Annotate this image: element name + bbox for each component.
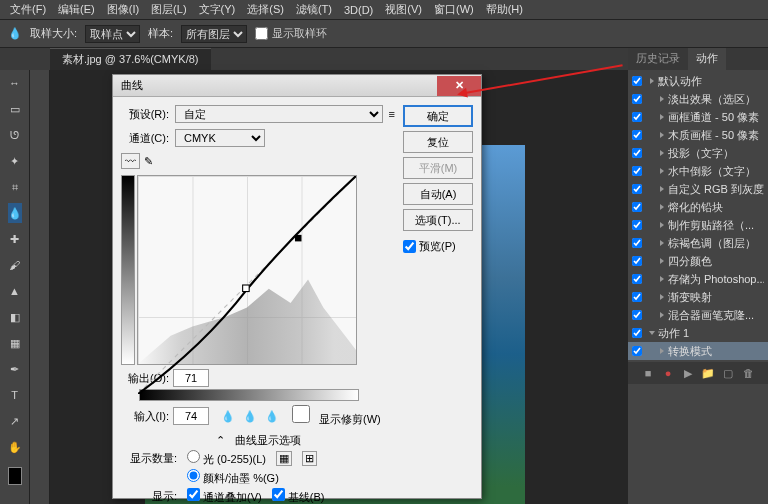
menu-item[interactable]: 滤镜(T)	[290, 2, 338, 17]
curve-mode-icon[interactable]: 〰	[121, 153, 140, 169]
disclosure-icon[interactable]	[660, 132, 664, 138]
trash-icon[interactable]: 🗑	[741, 366, 755, 380]
input-field[interactable]	[173, 407, 209, 425]
overlay-checkbox[interactable]	[187, 488, 200, 501]
baseline-checkbox[interactable]	[272, 488, 285, 501]
disclosure-icon[interactable]	[660, 294, 664, 300]
ink-radio[interactable]	[187, 469, 200, 482]
menu-item[interactable]: 图像(I)	[101, 2, 145, 17]
tab-history[interactable]: 历史记录	[628, 48, 688, 70]
show-ring-checkbox[interactable]	[255, 27, 268, 40]
fg-color-swatch[interactable]	[8, 467, 22, 485]
action-toggle[interactable]	[632, 76, 642, 86]
disclosure-icon[interactable]	[660, 114, 664, 120]
lasso-tool-icon[interactable]: ᘎ	[8, 125, 22, 145]
action-toggle[interactable]	[632, 238, 642, 248]
disclosure-icon[interactable]	[660, 168, 664, 174]
action-toggle[interactable]	[632, 202, 642, 212]
white-point-icon[interactable]: 💧	[265, 410, 279, 423]
action-toggle[interactable]	[632, 346, 642, 356]
grid-small-icon[interactable]: ▦	[276, 451, 292, 466]
disclosure-icon[interactable]	[660, 204, 664, 210]
disclosure-icon[interactable]	[660, 312, 664, 318]
channel-select[interactable]: CMYK	[175, 129, 265, 147]
disclosure-icon[interactable]	[660, 150, 664, 156]
curves-graph[interactable]	[137, 175, 357, 365]
preview-checkbox[interactable]	[403, 240, 416, 253]
pen-tool-icon[interactable]: ✒	[8, 359, 22, 379]
disclosure-icon[interactable]	[660, 186, 664, 192]
record-icon[interactable]: ●	[661, 366, 675, 380]
action-row[interactable]: 水中倒影（文字）	[628, 162, 768, 180]
options-button[interactable]: 选项(T)...	[403, 209, 473, 231]
action-row[interactable]: 存储为 Photoshop...	[628, 270, 768, 288]
preset-menu-icon[interactable]: ≡	[389, 108, 395, 120]
menu-item[interactable]: 编辑(E)	[52, 2, 101, 17]
disclosure-icon[interactable]	[660, 240, 664, 246]
new-set-icon[interactable]: 📁	[701, 366, 715, 380]
ok-button[interactable]: 确定	[403, 105, 473, 127]
action-row[interactable]: 转换模式	[628, 342, 768, 360]
disclosure-icon[interactable]	[660, 348, 664, 354]
action-toggle[interactable]	[632, 148, 642, 158]
eyedropper-icon[interactable]: 💧	[8, 27, 22, 40]
move-tool-icon[interactable]: ↔	[8, 73, 22, 93]
disclosure-icon[interactable]	[660, 222, 664, 228]
action-row[interactable]: 棕褐色调（图层）	[628, 234, 768, 252]
action-toggle[interactable]	[632, 184, 642, 194]
path-tool-icon[interactable]: ↗	[8, 411, 22, 431]
stamp-tool-icon[interactable]: ▲	[8, 281, 22, 301]
brush-tool-icon[interactable]: 🖌	[8, 255, 22, 275]
disclosure-icon[interactable]	[660, 276, 664, 282]
display-options-label[interactable]: 曲线显示选项	[235, 433, 301, 448]
pencil-mode-icon[interactable]: ✎	[144, 155, 153, 168]
smooth-button[interactable]: 平滑(M)	[403, 157, 473, 179]
show-clip-checkbox[interactable]	[283, 405, 319, 423]
action-row[interactable]: 渐变映射	[628, 288, 768, 306]
dialog-titlebar[interactable]: 曲线 ✕	[113, 75, 481, 97]
action-toggle[interactable]	[632, 256, 642, 266]
preset-select[interactable]: 自定	[175, 105, 383, 123]
document-tab[interactable]: 素材.jpg @ 37.6%(CMYK/8)	[50, 48, 211, 70]
disclosure-icon[interactable]	[649, 331, 655, 335]
action-toggle[interactable]	[632, 310, 642, 320]
reset-button[interactable]: 复位	[403, 131, 473, 153]
action-toggle[interactable]	[632, 166, 642, 176]
new-action-icon[interactable]: ▢	[721, 366, 735, 380]
action-toggle[interactable]	[632, 274, 642, 284]
heal-tool-icon[interactable]: ✚	[8, 229, 22, 249]
tab-actions[interactable]: 动作	[688, 48, 726, 70]
hand-tool-icon[interactable]: ✋	[8, 437, 22, 457]
menu-item[interactable]: 窗口(W)	[428, 2, 480, 17]
menu-item[interactable]: 文件(F)	[4, 2, 52, 17]
disclosure-icon[interactable]	[660, 96, 664, 102]
light-radio[interactable]	[187, 450, 200, 463]
action-row[interactable]: 混合器画笔克隆...	[628, 306, 768, 324]
eraser-tool-icon[interactable]: ◧	[8, 307, 22, 327]
menu-item[interactable]: 视图(V)	[379, 2, 428, 17]
menu-item[interactable]: 文字(Y)	[193, 2, 242, 17]
action-toggle[interactable]	[632, 130, 642, 140]
action-toggle[interactable]	[632, 328, 642, 338]
crop-tool-icon[interactable]: ⌗	[8, 177, 22, 197]
gradient-tool-icon[interactable]: ▦	[8, 333, 22, 353]
grid-large-icon[interactable]: ⊞	[302, 451, 317, 466]
action-row[interactable]: 木质画框 - 50 像素	[628, 126, 768, 144]
sample-layer-select[interactable]: 所有图层	[181, 25, 247, 43]
action-row[interactable]: 动作 1	[628, 324, 768, 342]
marquee-tool-icon[interactable]: ▭	[8, 99, 22, 119]
auto-button[interactable]: 自动(A)	[403, 183, 473, 205]
action-toggle[interactable]	[632, 220, 642, 230]
action-row[interactable]: 淡出效果（选区）	[628, 90, 768, 108]
action-toggle[interactable]	[632, 94, 642, 104]
action-toggle[interactable]	[632, 112, 642, 122]
menu-item[interactable]: 帮助(H)	[480, 2, 529, 17]
action-row[interactable]: 四分颜色	[628, 252, 768, 270]
black-point-icon[interactable]: 💧	[221, 410, 235, 423]
play-icon[interactable]: ▶	[681, 366, 695, 380]
action-toggle[interactable]	[632, 292, 642, 302]
menu-item[interactable]: 3D(D)	[338, 4, 379, 16]
stop-icon[interactable]: ■	[641, 366, 655, 380]
sample-size-select[interactable]: 取样点	[85, 25, 140, 43]
action-row[interactable]: 画框通道 - 50 像素	[628, 108, 768, 126]
